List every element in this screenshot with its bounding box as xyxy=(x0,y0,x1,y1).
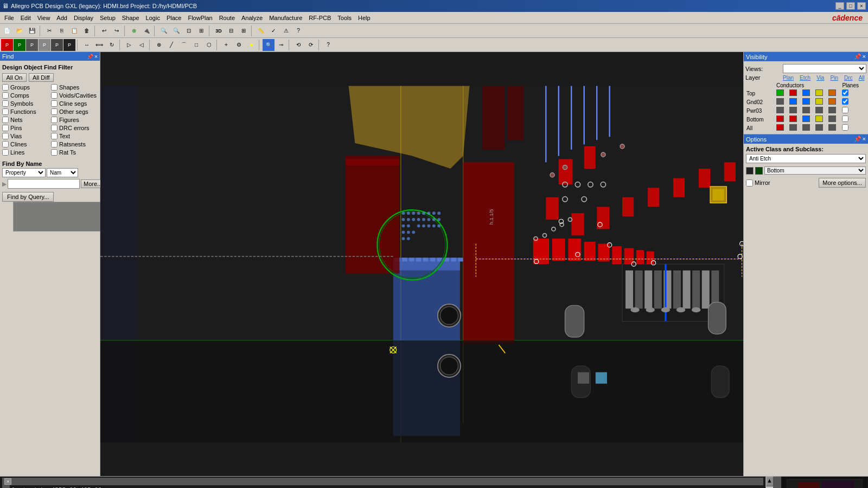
cb-vias-input[interactable] xyxy=(2,133,9,139)
gnd-color-4[interactable] xyxy=(815,98,823,105)
options-controls[interactable]: 📌 × xyxy=(854,136,866,143)
gnd-color-3[interactable] xyxy=(802,98,810,105)
cb-lines[interactable]: Lines xyxy=(2,149,51,156)
tb2-undo2[interactable]: ⟲ xyxy=(292,39,304,51)
tb-zoom-fit[interactable]: ⊡ xyxy=(183,25,195,37)
cb-clinesegs-input[interactable] xyxy=(51,100,58,107)
cb-pins-input[interactable] xyxy=(2,125,9,131)
tb2-2[interactable]: P xyxy=(14,39,25,51)
menu-flowplan[interactable]: FlowPlan xyxy=(184,14,215,22)
gnd-color-2[interactable] xyxy=(789,98,797,105)
tb-check[interactable]: ✓ xyxy=(267,25,279,37)
cb-ratts[interactable]: Rat Ts xyxy=(51,149,100,156)
all-color-4[interactable] xyxy=(815,124,823,131)
bottom-plane-cb[interactable] xyxy=(842,115,848,122)
tb-zoom-out[interactable]: 🔍 xyxy=(170,25,182,37)
pwr-color-3[interactable] xyxy=(802,107,810,113)
find-header-controls[interactable]: 📌 × xyxy=(87,54,98,60)
top-color-2[interactable] xyxy=(789,89,797,96)
menu-display[interactable]: Display xyxy=(71,14,97,22)
menu-tools[interactable]: Tools xyxy=(334,14,355,22)
tb-save[interactable]: 💾 xyxy=(26,25,38,37)
cb-othersegs-input[interactable] xyxy=(51,108,58,115)
find-name-select[interactable]: Nam Value xyxy=(47,168,78,177)
bottom-color-5[interactable] xyxy=(828,115,836,122)
tb-delete[interactable]: 🗑 xyxy=(81,25,93,37)
pwr-color-2[interactable] xyxy=(789,107,797,113)
tb-cut[interactable]: ✂ xyxy=(43,25,55,37)
tb2-property[interactable]: ⚙ xyxy=(233,39,245,51)
pcb-design-view[interactable]: h.1.1/5 xyxy=(100,52,743,476)
layer-all[interactable]: All xyxy=(859,75,865,81)
cb-nets-input[interactable] xyxy=(2,117,9,123)
bottom-color-4[interactable] xyxy=(815,115,823,122)
cb-functions[interactable]: Functions xyxy=(2,108,51,115)
tb-copy[interactable]: ⎘ xyxy=(56,25,68,37)
tb2-arc[interactable]: ⌒ xyxy=(178,39,190,51)
menu-add[interactable]: Add xyxy=(53,14,71,22)
options-close-icon[interactable]: × xyxy=(863,136,866,143)
tb2-help2[interactable]: ? xyxy=(322,39,334,51)
cb-clinesegs[interactable]: Cline segs xyxy=(51,100,100,107)
gnd-color-5[interactable] xyxy=(828,98,836,105)
all-color-5[interactable] xyxy=(828,124,836,131)
top-color-1[interactable] xyxy=(776,89,784,96)
tb2-add[interactable]: + xyxy=(220,39,232,51)
menu-view[interactable]: View xyxy=(34,14,54,22)
find-search-input[interactable] xyxy=(8,179,80,189)
tb2-3[interactable]: P xyxy=(26,39,38,51)
tb2-snap[interactable]: ⊕ xyxy=(153,39,165,51)
tb-redo[interactable]: ↪ xyxy=(111,25,123,37)
menu-analyze[interactable]: Analyze xyxy=(238,14,266,22)
cb-comps-input[interactable] xyxy=(2,92,9,99)
tb2-4[interactable]: P xyxy=(39,39,50,51)
layer-etch[interactable]: Etch xyxy=(800,75,810,81)
active-class-select[interactable]: Anti Etch Etch xyxy=(746,154,866,163)
top-color-4[interactable] xyxy=(815,89,823,96)
maximize-button[interactable]: □ xyxy=(846,2,855,10)
scrollbar-up[interactable]: ▲ xyxy=(766,477,774,486)
all-on-button[interactable]: All On xyxy=(2,73,27,82)
menu-file[interactable]: File xyxy=(1,14,17,22)
cb-shapes[interactable]: Shapes xyxy=(51,84,100,91)
tb-add-connect[interactable]: ⊕ xyxy=(128,25,140,37)
all-plane-cb[interactable] xyxy=(842,124,848,131)
tb2-line[interactable]: ╱ xyxy=(165,39,177,51)
top-color-5[interactable] xyxy=(828,89,836,96)
tb2-highlight[interactable]: ★ xyxy=(245,39,257,51)
tb-open[interactable]: 📂 xyxy=(14,25,25,37)
views-select[interactable] xyxy=(783,64,866,73)
layer-via[interactable]: Via xyxy=(816,75,824,81)
bottom-color-2[interactable] xyxy=(789,115,797,122)
cb-shapes-input[interactable] xyxy=(51,84,58,91)
cb-drcerrors-input[interactable] xyxy=(51,125,58,131)
pwr-color-1[interactable] xyxy=(776,107,784,113)
tb2-poly[interactable]: ⬡ xyxy=(203,39,215,51)
mirror-checkbox[interactable] xyxy=(746,179,753,187)
subclass-color2[interactable] xyxy=(755,167,763,175)
subclass-select[interactable]: Bottom Top Gnd02 xyxy=(764,166,866,175)
layer-drc[interactable]: Drc xyxy=(844,75,853,81)
cb-nets[interactable]: Nets xyxy=(2,116,51,124)
cb-functions-input[interactable] xyxy=(2,108,9,115)
tb-paste[interactable]: 📋 xyxy=(68,25,80,37)
cb-text-input[interactable] xyxy=(51,133,58,139)
cb-symbols[interactable]: Symbols xyxy=(2,100,51,107)
layer-pin[interactable]: Pin xyxy=(831,75,838,81)
minimize-button[interactable]: _ xyxy=(835,2,844,10)
tb-zoom-window[interactable]: ⊞ xyxy=(195,25,207,37)
pwr-color-5[interactable] xyxy=(828,107,836,113)
cb-figures[interactable]: Figures xyxy=(51,116,100,124)
tb-measure[interactable]: 📏 xyxy=(255,25,267,37)
console-scrollbar[interactable]: ▲ ▼ xyxy=(765,477,773,488)
tb-grid2[interactable]: ⊞ xyxy=(238,25,250,37)
pcb-canvas[interactable]: h.1.1/5 xyxy=(100,52,743,476)
window-controls[interactable]: _ □ × xyxy=(835,2,866,10)
close-button[interactable]: × xyxy=(857,2,866,10)
bottom-color-3[interactable] xyxy=(802,115,810,122)
pwr-color-4[interactable] xyxy=(815,107,823,113)
tb-3d[interactable]: 3D xyxy=(213,25,225,37)
menu-route[interactable]: Route xyxy=(216,14,238,22)
tb2-box[interactable]: □ xyxy=(190,39,202,51)
all-off-button[interactable]: All Diff xyxy=(29,73,54,82)
